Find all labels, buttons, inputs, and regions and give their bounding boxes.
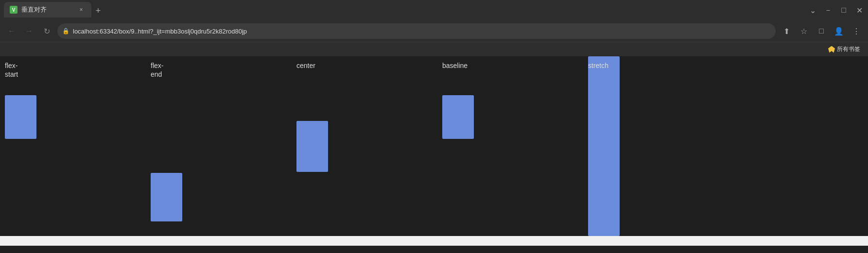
flex-start-box bbox=[5, 95, 36, 139]
reload-button[interactable]: ↻ bbox=[40, 24, 53, 38]
section-stretch: stretch bbox=[583, 56, 695, 236]
section-flex-end: flex-end bbox=[146, 56, 292, 236]
page-content: flex-start flex-end center baseline stre… bbox=[0, 56, 868, 236]
extensions-button[interactable]: □ bbox=[815, 24, 828, 38]
section-center: center bbox=[292, 56, 437, 236]
share-button[interactable]: ⬆ bbox=[780, 24, 793, 38]
close-button[interactable]: ✕ bbox=[854, 6, 864, 15]
title-bar: V 垂直对齐 × + ⌄ － □ ✕ bbox=[0, 0, 868, 20]
flex-start-label: flex-start bbox=[5, 61, 18, 79]
minimize-button[interactable]: － bbox=[823, 5, 833, 16]
bookmarks-bar: 所有书签 bbox=[0, 42, 868, 56]
address-input[interactable] bbox=[57, 23, 776, 39]
forward-button[interactable]: → bbox=[22, 24, 36, 38]
active-tab[interactable]: V 垂直对齐 × bbox=[4, 2, 91, 17]
stretch-label: stretch bbox=[588, 61, 608, 70]
tab-strip: V 垂直对齐 × + bbox=[4, 3, 808, 17]
dropdown-button[interactable]: ⌄ bbox=[808, 6, 817, 15]
section-flex-start: flex-start bbox=[0, 56, 146, 236]
address-wrapper: 🔒 bbox=[57, 23, 776, 39]
tab-favicon: V bbox=[10, 6, 17, 14]
center-box bbox=[296, 121, 328, 172]
all-bookmarks-item[interactable]: 所有书签 bbox=[825, 44, 863, 54]
bookmark-button[interactable]: ☆ bbox=[797, 24, 811, 38]
flex-end-box bbox=[151, 173, 182, 221]
bookmarks-label: 所有书签 bbox=[837, 45, 860, 53]
maximize-button[interactable]: □ bbox=[839, 6, 849, 15]
tab-close-button[interactable]: × bbox=[77, 5, 86, 14]
flex-end-label: flex-end bbox=[151, 61, 163, 79]
baseline-label: baseline bbox=[442, 61, 468, 70]
window-controls: ⌄ － □ ✕ bbox=[808, 5, 864, 16]
bookmark-icon bbox=[828, 46, 835, 53]
toolbar-actions: ⬆ ☆ □ 👤 ⋮ bbox=[780, 24, 863, 38]
section-baseline: baseline bbox=[437, 56, 583, 236]
baseline-box bbox=[442, 95, 474, 139]
back-button[interactable]: ← bbox=[5, 24, 18, 38]
tab-title: 垂直对齐 bbox=[21, 5, 73, 14]
page-footer bbox=[0, 236, 868, 246]
new-tab-button[interactable]: + bbox=[91, 4, 105, 17]
profile-button[interactable]: 👤 bbox=[832, 24, 846, 38]
menu-button[interactable]: ⋮ bbox=[850, 24, 863, 38]
browser-chrome: V 垂直对齐 × + ⌄ － □ ✕ ← → ↻ 🔒 bbox=[0, 0, 868, 56]
lock-icon: 🔒 bbox=[62, 28, 69, 34]
address-bar-row: ← → ↻ 🔒 ⬆ ☆ □ 👤 ⋮ bbox=[0, 20, 868, 42]
center-label: center bbox=[296, 61, 315, 70]
stretch-box bbox=[588, 56, 620, 236]
